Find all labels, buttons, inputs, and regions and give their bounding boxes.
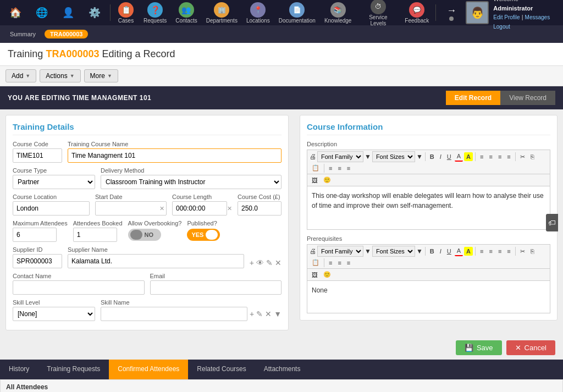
actions-button[interactable]: Actions ▼ — [40, 69, 80, 82]
ordered-list-button[interactable]: ≡ — [335, 164, 343, 173]
nav-settings[interactable]: ⚙️ — [82, 7, 107, 19]
skill-edit-icon[interactable]: ✎ — [256, 310, 263, 318]
cut-button[interactable]: ✂ — [518, 152, 527, 162]
skill-dropdown-icon[interactable]: ▼ — [274, 310, 282, 318]
nav-user[interactable]: 👤 — [56, 7, 80, 19]
prereq-align-justify-button[interactable]: ≡ — [505, 247, 512, 256]
align-left-button[interactable]: ≡ — [478, 152, 485, 161]
attendees-booked-input[interactable] — [73, 228, 117, 242]
tab-training-requests[interactable]: Training Requests — [38, 360, 109, 379]
prereq-indent-button[interactable]: ≡ — [345, 258, 352, 267]
prereq-highlight-button[interactable]: A — [464, 247, 473, 256]
prereq-font-sizes-select[interactable]: Font Sizes — [372, 246, 415, 257]
nav-locations[interactable]: 📍 Locations — [243, 1, 273, 25]
prereq-underline-button[interactable]: U — [445, 247, 454, 256]
course-type-select[interactable]: Partner — [13, 175, 95, 189]
supplier-view-icon[interactable]: 👁 — [256, 258, 264, 267]
emoji-button[interactable]: 🙂 — [321, 175, 333, 185]
align-right-button[interactable]: ≡ — [496, 152, 504, 161]
nav-requests[interactable]: ❓ Requests — [140, 1, 170, 25]
cancel-button[interactable]: ✕ Cancel — [506, 340, 555, 355]
bold-button[interactable]: B — [428, 152, 437, 161]
skill-add-icon[interactable]: + — [250, 310, 254, 318]
published-toggle[interactable]: YES — [187, 228, 220, 242]
breadcrumb-badge[interactable]: TRA000003 — [45, 30, 88, 38]
prereq-ordered-list-button[interactable]: ≡ — [335, 258, 343, 267]
course-cost-input[interactable] — [238, 201, 282, 216]
prereq-align-right-button[interactable]: ≡ — [496, 247, 504, 256]
paste-button[interactable]: 📋 — [310, 163, 322, 173]
start-date-clear[interactable]: ✕ — [159, 205, 164, 212]
skill-name-input[interactable] — [101, 307, 247, 321]
prereq-align-center-button[interactable]: ≡ — [487, 247, 494, 256]
skill-delete-icon[interactable]: ✕ — [265, 310, 272, 318]
more-button[interactable]: More ▼ — [84, 69, 118, 82]
messages-link[interactable]: Messages — [525, 14, 550, 20]
add-button[interactable]: Add ▼ — [5, 69, 36, 82]
prereq-font-color-button[interactable]: A — [455, 246, 463, 256]
image-button[interactable]: 🖼 — [310, 176, 320, 185]
overbooking-toggle[interactable]: NO — [128, 228, 182, 242]
align-justify-button[interactable]: ≡ — [505, 152, 512, 161]
edit-record-button[interactable]: Edit Record — [446, 91, 500, 105]
nav-contacts[interactable]: 👥 Contacts — [172, 1, 200, 25]
font-color-button[interactable]: A — [455, 152, 463, 162]
description-editor[interactable]: This one-day workshop will enable delega… — [307, 186, 550, 230]
start-date-input[interactable] — [95, 201, 167, 216]
course-length-clear[interactable]: ✕ — [227, 205, 232, 212]
skill-level-select[interactable]: [None] — [13, 307, 95, 321]
logout-link[interactable]: Logout — [493, 24, 510, 30]
contact-name-input[interactable] — [13, 280, 145, 295]
tab-attachments[interactable]: Attachments — [255, 360, 310, 379]
prereq-paste-button[interactable]: 📋 — [310, 258, 322, 267]
course-name-input[interactable] — [68, 148, 282, 163]
save-button[interactable]: 💾 Save — [456, 340, 502, 355]
prereq-cut-button[interactable]: ✂ — [518, 247, 527, 256]
supplier-add-icon[interactable]: + — [250, 258, 254, 267]
unordered-list-button[interactable]: ≡ — [327, 164, 334, 173]
nav-feedback[interactable]: 💬 Feedback — [401, 1, 432, 25]
prereq-align-left-button[interactable]: ≡ — [478, 247, 485, 256]
nav-cases[interactable]: 📋 Cases — [114, 1, 138, 25]
nav-home[interactable]: 🏠 — [3, 7, 27, 19]
tab-confirmed-attendees[interactable]: Confirmed Attendees — [109, 360, 188, 379]
supplier-delete-icon[interactable]: ✕ — [275, 258, 282, 267]
email-input[interactable] — [150, 280, 282, 295]
highlight-button[interactable]: A — [464, 152, 473, 161]
supplier-name-input[interactable] — [68, 254, 244, 268]
course-length-input[interactable] — [172, 201, 227, 216]
copy-button[interactable]: ⎘ — [528, 152, 537, 161]
supplier-id-input[interactable] — [13, 254, 62, 268]
view-record-button[interactable]: View Record — [500, 91, 555, 105]
prerequisites-editor[interactable]: None — [307, 280, 550, 313]
course-location-input[interactable] — [13, 201, 90, 216]
prereq-copy-button[interactable]: ⎘ — [528, 247, 537, 256]
prereq-image-button[interactable]: 🖼 — [310, 270, 320, 279]
course-code-input[interactable] — [13, 148, 62, 163]
tab-history[interactable]: History — [0, 360, 38, 379]
nav-service-levels[interactable]: ⏱ Service Levels — [357, 0, 399, 27]
prereq-font-family-select[interactable]: Font Family — [317, 246, 363, 257]
align-center-button[interactable]: ≡ — [487, 152, 494, 161]
nav-globe[interactable]: 🌐 — [30, 7, 54, 19]
nav-knowledge[interactable]: 📚 Knowledge — [321, 1, 355, 25]
nav-departments[interactable]: 🏢 Departments — [203, 1, 241, 25]
prereq-bold-button[interactable]: B — [428, 247, 437, 256]
edit-profile-link[interactable]: Edit Profile — [493, 14, 520, 20]
nav-arrow[interactable]: → — [439, 4, 463, 22]
font-sizes-select[interactable]: Font Sizes — [372, 151, 415, 162]
max-attendees-input[interactable] — [13, 228, 57, 242]
prereq-print-icon[interactable]: 🖨 — [310, 247, 316, 255]
prereq-unordered-list-button[interactable]: ≡ — [327, 258, 334, 267]
prereq-emoji-button[interactable]: 🙂 — [321, 270, 333, 279]
tab-related-courses[interactable]: Related Courses — [188, 360, 255, 379]
italic-button[interactable]: I — [438, 152, 444, 161]
prereq-italic-button[interactable]: I — [438, 247, 444, 256]
print-icon[interactable]: 🖨 — [310, 153, 316, 161]
nav-documentation[interactable]: 📄 Documentation — [275, 1, 319, 25]
indent-button[interactable]: ≡ — [345, 164, 352, 173]
font-family-select[interactable]: Font Family — [317, 151, 363, 162]
supplier-edit-icon[interactable]: ✎ — [266, 258, 273, 267]
tag-button[interactable]: 🏷 — [546, 214, 558, 231]
delivery-method-select[interactable]: Classroom Training with Instructor — [101, 175, 282, 189]
